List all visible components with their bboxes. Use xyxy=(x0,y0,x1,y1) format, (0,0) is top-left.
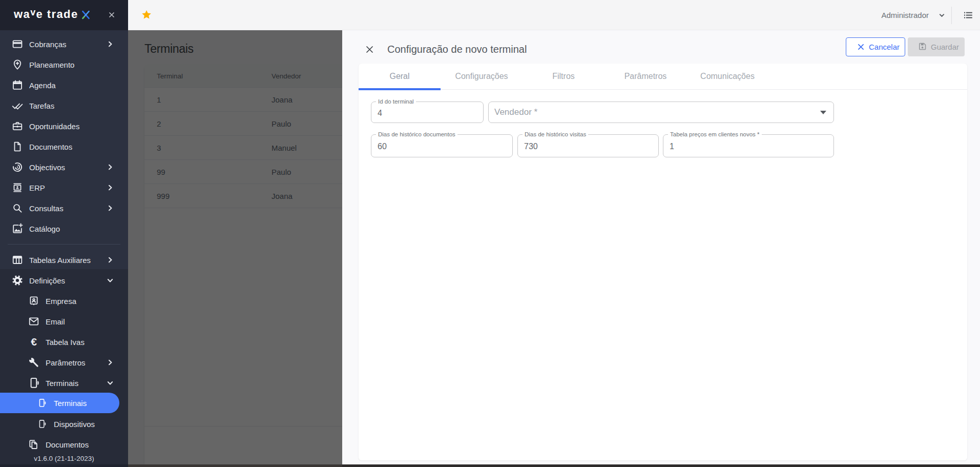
svg-text:€: € xyxy=(31,336,37,348)
